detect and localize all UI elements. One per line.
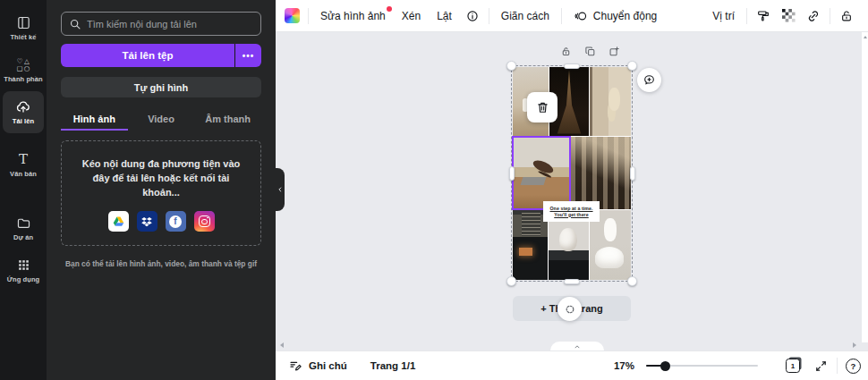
add-comment-button[interactable] bbox=[637, 68, 661, 92]
help-button[interactable]: ? bbox=[846, 359, 861, 374]
tab-images[interactable]: Hình ảnh bbox=[61, 109, 128, 131]
record-yourself-button[interactable]: Tự ghi hình bbox=[61, 77, 261, 97]
vertical-scrollbar[interactable] bbox=[861, 32, 868, 342]
instagram-icon[interactable] bbox=[194, 211, 215, 232]
page-lock-button[interactable] bbox=[559, 45, 572, 57]
text-icon: T bbox=[19, 152, 28, 167]
search-input[interactable] bbox=[87, 19, 253, 30]
paint-roller-icon bbox=[756, 9, 770, 23]
link-icon bbox=[806, 9, 821, 23]
resize-handle-left[interactable] bbox=[509, 166, 515, 181]
notes-button[interactable]: Ghi chú bbox=[285, 359, 351, 373]
quote-line-2: You'll get there bbox=[554, 212, 588, 218]
resize-handle-right[interactable] bbox=[630, 166, 635, 181]
upload-file-button[interactable]: Tải lên tệp bbox=[61, 44, 234, 67]
lock-open-icon bbox=[839, 9, 854, 23]
dropbox-icon[interactable] bbox=[137, 211, 157, 232]
transparency-button[interactable] bbox=[776, 0, 801, 32]
media-tabs: Hình ảnh Video Âm thanh bbox=[61, 109, 261, 131]
elements-icon: ♡△▢○ bbox=[16, 57, 30, 72]
panel-collapse-handle[interactable] bbox=[276, 168, 285, 211]
info-icon bbox=[465, 9, 480, 23]
status-bar: Ghi chú Trang 1/1 17% 1 ? bbox=[276, 350, 868, 380]
edit-image-button[interactable]: Sửa hình ảnh bbox=[312, 0, 394, 32]
collage-photo-woman-by-window[interactable] bbox=[590, 67, 631, 136]
google-drive-icon[interactable] bbox=[108, 211, 129, 232]
spacing-button[interactable]: Giãn cách bbox=[493, 0, 557, 32]
statusbar-collapse-handle[interactable] bbox=[550, 342, 604, 350]
delete-button[interactable] bbox=[527, 92, 557, 122]
resize-handle-top-right[interactable] bbox=[627, 61, 637, 71]
animate-icon bbox=[574, 9, 588, 23]
toolbar-divider bbox=[561, 8, 562, 24]
sync-spinner-icon bbox=[564, 303, 576, 316]
link-button[interactable] bbox=[801, 0, 826, 32]
chevron-up-icon bbox=[574, 343, 581, 350]
pages-view-button[interactable]: 1 bbox=[786, 359, 800, 373]
trash-icon bbox=[535, 100, 550, 115]
fullscreen-button[interactable] bbox=[813, 358, 829, 374]
animate-button[interactable]: Chuyển động bbox=[566, 0, 665, 32]
sidebar-item-elements[interactable]: ♡△▢○ Thành phần bbox=[3, 49, 44, 91]
zoom-percent-label: 17% bbox=[614, 360, 634, 371]
lock-button[interactable] bbox=[834, 0, 859, 32]
connect-services-row: f bbox=[74, 211, 248, 232]
expand-arrows-icon bbox=[814, 359, 828, 373]
tab-video[interactable]: Video bbox=[128, 109, 195, 131]
hscroll-right-arrow[interactable] bbox=[853, 342, 856, 348]
facebook-icon[interactable]: f bbox=[166, 211, 186, 232]
resize-handle-top[interactable] bbox=[564, 63, 580, 69]
sidebar-item-text[interactable]: T Văn bản bbox=[3, 144, 44, 186]
sidebar-item-projects[interactable]: Dự án bbox=[3, 207, 44, 249]
notification-dot bbox=[387, 6, 392, 12]
page-indicator[interactable]: Trang 1/1 bbox=[367, 360, 420, 371]
search-box bbox=[61, 12, 261, 36]
resize-handle-bottom-right[interactable] bbox=[627, 276, 637, 286]
design-canvas[interactable]: One step at a time. You'll get there + T… bbox=[276, 32, 868, 350]
position-button[interactable]: Vị trí bbox=[704, 0, 743, 32]
zoom-slider[interactable] bbox=[646, 359, 758, 372]
canva-editor: Thiết kế ♡△▢○ Thành phần Tải lên T Văn b… bbox=[0, 0, 868, 380]
checkerboard-icon bbox=[782, 9, 796, 22]
sidebar-item-apps[interactable]: Ứng dụng bbox=[3, 249, 44, 291]
sidebar-item-design[interactable]: Thiết kế bbox=[3, 7, 44, 49]
sidebar-item-uploads[interactable]: Tải lên bbox=[3, 91, 44, 133]
copy-style-button[interactable] bbox=[751, 0, 776, 32]
toolbar-divider bbox=[830, 8, 830, 24]
upload-dropzone[interactable]: Kéo nội dung đa phương tiện vào đây để t… bbox=[61, 140, 261, 246]
collage-photo-stretching-selected[interactable] bbox=[513, 137, 570, 209]
page-controls bbox=[559, 45, 620, 57]
cloud-upload-icon bbox=[15, 99, 31, 114]
toolbar-divider bbox=[489, 8, 489, 24]
resize-handle-bottom[interactable] bbox=[564, 279, 580, 284]
quote-text-element[interactable]: One step at a time. You'll get there bbox=[543, 201, 600, 222]
hscroll-left-arrow[interactable] bbox=[280, 342, 284, 348]
toolbar-divider bbox=[746, 8, 747, 24]
duplicate-page-button[interactable] bbox=[583, 45, 596, 57]
color-swatch-button[interactable] bbox=[285, 8, 300, 23]
statusbar-divider bbox=[837, 358, 838, 374]
upload-more-button[interactable]: ••• bbox=[235, 44, 261, 67]
apps-grid-icon bbox=[17, 258, 30, 273]
design-icon bbox=[16, 15, 31, 30]
add-page-icon-button[interactable] bbox=[608, 45, 620, 57]
collage-photo-stone-columns[interactable] bbox=[571, 137, 631, 209]
crop-button[interactable]: Xén bbox=[394, 0, 429, 32]
side-rail: Thiết kế ♡△▢○ Thành phần Tải lên T Văn b… bbox=[0, 0, 47, 380]
add-page-icon bbox=[608, 46, 620, 57]
lock-open-icon bbox=[560, 46, 572, 57]
upload-hint-text: Bạn có thể tải lên hình ảnh, video, âm t… bbox=[61, 259, 261, 268]
dropzone-text: Kéo nội dung đa phương tiện vào đây để t… bbox=[74, 156, 248, 199]
resize-handle-bottom-left[interactable] bbox=[506, 276, 516, 286]
tab-audio[interactable]: Âm thanh bbox=[194, 109, 261, 131]
notes-icon bbox=[288, 359, 302, 373]
editor-main: Sửa hình ảnh Xén Lật Giãn cách Chuyển độ… bbox=[276, 0, 868, 380]
resize-handle-top-left[interactable] bbox=[506, 61, 516, 71]
chevron-left-icon bbox=[277, 186, 284, 193]
uploads-panel: Tải lên tệp ••• Tự ghi hình Hình ảnh Vid… bbox=[47, 0, 276, 380]
sync-indicator-button[interactable] bbox=[557, 297, 582, 321]
zoom-slider-thumb[interactable] bbox=[660, 361, 670, 371]
info-button[interactable] bbox=[460, 0, 485, 32]
flip-button[interactable]: Lật bbox=[429, 0, 460, 32]
search-icon bbox=[69, 18, 81, 30]
